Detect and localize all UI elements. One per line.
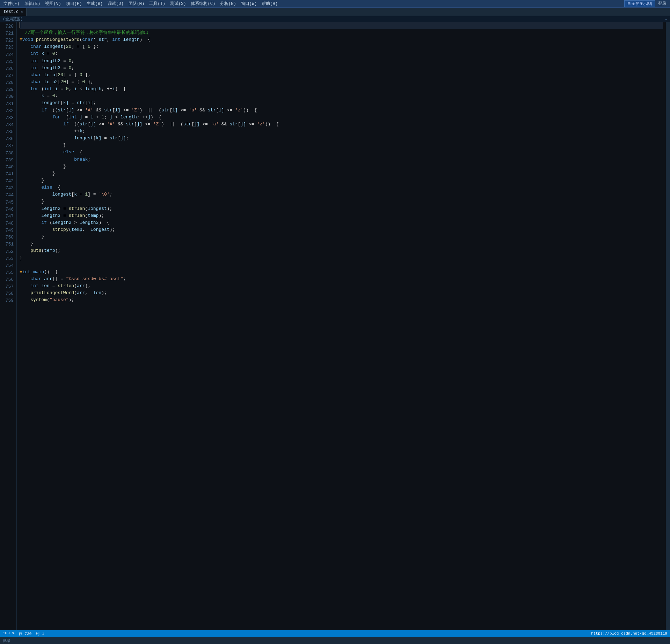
scope-label: (全局范围): [3, 16, 23, 22]
code-line-736: longest[k] = str[j];: [20, 135, 663, 142]
infobar: 就绪: [0, 637, 670, 644]
code-line-756: char arr[] = "%ssd sdsdw bs# ascf";: [20, 276, 663, 283]
code-area[interactable]: //写一个函数，输入一行字符，将次字符串中最长的单词输出≡void printL…: [17, 22, 666, 630]
code-line-742: }: [20, 177, 663, 184]
scopebar: (全局范围) –: [0, 16, 670, 22]
menu-help[interactable]: 帮助(H): [260, 0, 280, 7]
cursor-line: 行 720: [19, 631, 31, 636]
code-line-726: int length3 = 0;: [20, 65, 663, 72]
menu-edit[interactable]: 编辑(E): [22, 0, 43, 7]
code-line-723: char longest[20] = { 0 };: [20, 43, 663, 50]
code-line-724: int k = 0;: [20, 50, 663, 57]
menu-analyze[interactable]: 分析(N): [218, 0, 238, 7]
code-line-741: }: [20, 170, 663, 177]
code-line-733: for (int j = i + 1; j < length; ++j) {: [20, 114, 663, 121]
code-line-728: char temp2[20] = { 0 };: [20, 79, 663, 86]
code-line-721: //写一个函数，输入一行字符，将次字符串中最长的单词输出: [20, 29, 663, 36]
code-line-746: length2 = strlen(longest);: [20, 205, 663, 212]
code-line-759: system("pause");: [20, 297, 663, 303]
code-line-754: [20, 262, 663, 269]
code-line-739: break;: [20, 156, 663, 163]
menu-test[interactable]: 测试(S): [168, 0, 188, 7]
statusbar: 100 % 行 720 列 1 https://blog.csdn.net/qq…: [0, 630, 670, 637]
code-line-732: if ((str[i] >= 'A' && str[i] <= 'Z') || …: [20, 107, 663, 114]
code-line-737: }: [20, 142, 663, 149]
cursor-col: 列 1: [36, 631, 44, 636]
code-line-731: longest[k] = str[i];: [20, 100, 663, 107]
app: 文件(F) 编辑(E) 视图(V) 项目(P) 生成(B) 调试(D) 团队(M…: [0, 0, 670, 644]
zoom-level: 100 %: [3, 631, 14, 636]
code-line-753: }: [20, 255, 663, 262]
tab-label: test.c: [3, 9, 19, 14]
menu-view[interactable]: 视图(V): [43, 0, 63, 7]
code-line-725: int length2 = 0;: [20, 58, 663, 65]
code-line-757: int len = strlen(arr);: [20, 283, 663, 290]
code-line-750: }: [20, 233, 663, 240]
code-line-740: }: [20, 163, 663, 170]
menu-tools[interactable]: 工具(T): [147, 0, 167, 7]
code-line-744: longest[k + 1] = '\0';: [20, 191, 663, 198]
menu-team[interactable]: 团队(M): [126, 0, 147, 7]
code-line-752: puts(temp);: [20, 247, 663, 254]
code-line-745: }: [20, 198, 663, 205]
code-line-748: if (length2 > length3) {: [20, 219, 663, 226]
status-left: 100 % 行 720 列 1: [3, 631, 44, 636]
code-line-730: k = 0;: [20, 93, 663, 100]
blog-url: https://blog.csdn.net/qq_45230119: [591, 631, 667, 636]
code-line-755: ≡int main() {: [20, 269, 663, 276]
code-line-749: strcpy(temp, longest);: [20, 226, 663, 233]
editor-container: 7207217227237247257267277287297307317327…: [0, 22, 670, 630]
status-right: https://blog.csdn.net/qq_45230119: [591, 631, 667, 636]
vertical-scrollbar[interactable]: [666, 22, 670, 630]
code-line-722: ≡void printLongestWord(char* str, int le…: [20, 36, 663, 43]
code-line-720: [20, 22, 663, 29]
scroll-indicator: –: [665, 17, 667, 21]
menu-arch[interactable]: 体系结构(C): [189, 0, 217, 7]
line-numbers: 7207217227237247257267277287297307317327…: [0, 22, 17, 630]
menu-build[interactable]: 生成(B): [85, 0, 105, 7]
code-line-758: printLongestWord(arr, len);: [20, 290, 663, 297]
menubar: 文件(F) 编辑(E) 视图(V) 项目(P) 生成(B) 调试(D) 团队(M…: [0, 0, 670, 8]
code-line-735: ++k;: [20, 128, 663, 135]
code-line-734: if ((str[j] >= 'A' && str[j] <= 'Z') || …: [20, 121, 663, 128]
ready-status: 就绪: [3, 638, 10, 643]
menu-window[interactable]: 窗口(W): [239, 0, 259, 7]
menu-debug[interactable]: 调试(D): [105, 0, 126, 7]
code-line-738: else {: [20, 149, 663, 156]
tab-test-c[interactable]: test.c ✕: [0, 8, 27, 16]
code-line-747: length3 = strlen(temp);: [20, 212, 663, 219]
code-line-729: for (int i = 0; i < length; ++i) {: [20, 86, 663, 93]
login-button[interactable]: 登录: [656, 0, 669, 7]
code-line-743: else {: [20, 184, 663, 191]
menu-project[interactable]: 项目(P): [64, 0, 84, 7]
menu-file[interactable]: 文件(F): [1, 0, 22, 7]
tab-close-icon[interactable]: ✕: [21, 10, 23, 14]
tabbar: test.c ✕: [0, 8, 670, 16]
code-line-727: char temp[20] = { 0 };: [20, 72, 663, 79]
line-numbers-inner: 7207217227237247257267277287297307317327…: [3, 22, 14, 305]
fullscreen-button[interactable]: ⊞ 全屏显示(U): [624, 0, 655, 7]
code-line-751: }: [20, 240, 663, 247]
